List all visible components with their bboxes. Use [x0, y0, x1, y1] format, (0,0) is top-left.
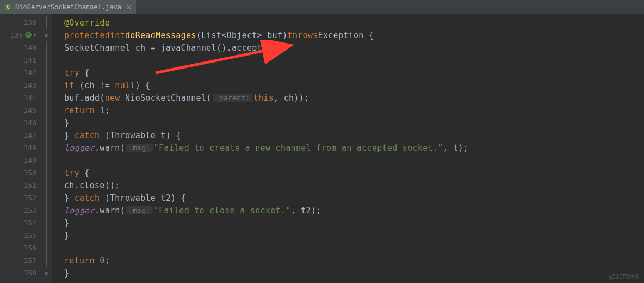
- override-icon[interactable]: [25, 32, 32, 38]
- line-number: 143: [0, 79, 40, 91]
- watermark: @51CTO博客: [609, 273, 640, 281]
- line-number: 156: [0, 242, 40, 254]
- code-line: buf.add(new NioSocketChannel( parent:thi…: [64, 91, 468, 104]
- code-line: return 0;: [64, 254, 468, 267]
- file-tab[interactable]: C NioServerSocketChannel.java ×: [0, 0, 136, 14]
- fold-column: ⊟ ⊟: [40, 14, 52, 283]
- code-editor[interactable]: 138 139↑ 140 141 142 143 144 145 146 147…: [0, 14, 644, 283]
- code-line: }: [64, 229, 468, 242]
- code-line: }: [64, 116, 468, 129]
- code-line: } catch (Throwable t2) {: [64, 192, 468, 204]
- line-number: 139↑: [0, 29, 40, 41]
- line-number: 150: [0, 167, 40, 179]
- code-line: [64, 154, 468, 167]
- line-number: 140: [0, 41, 40, 54]
- code-line: SocketChannel ch = javaChannel().accept(…: [64, 41, 468, 54]
- line-number: 144: [0, 91, 40, 104]
- code-line: } catch (Throwable t) {: [64, 129, 468, 142]
- code-line: [64, 242, 468, 254]
- tab-bar: C NioServerSocketChannel.java ×: [0, 0, 644, 14]
- code-line: protected int doReadMessages(List<Object…: [64, 29, 468, 41]
- svg-text:C: C: [7, 4, 9, 10]
- code-line: @Override: [64, 16, 468, 29]
- line-number: 149: [0, 154, 40, 167]
- line-number: 152: [0, 192, 40, 204]
- fold-handle[interactable]: ⊟: [40, 29, 52, 41]
- line-number: 155: [0, 229, 40, 242]
- code-line: try {: [64, 167, 468, 179]
- parameter-hint: parent:: [213, 94, 252, 102]
- line-number: 141: [0, 54, 40, 66]
- line-number: 154: [0, 217, 40, 229]
- tab-label: NioServerSocketChannel.java: [15, 3, 121, 11]
- parameter-hint: msg:: [126, 206, 153, 214]
- code-line: logger.warn( msg:"Failed to create a new…: [64, 142, 468, 154]
- code-line: return 1;: [64, 104, 468, 116]
- line-number: 146: [0, 116, 40, 129]
- code-line: if (ch != null) {: [64, 79, 468, 91]
- line-number: 147: [0, 129, 40, 142]
- up-arrow-icon[interactable]: ↑: [33, 32, 36, 39]
- java-class-icon: C: [4, 3, 12, 11]
- close-icon[interactable]: ×: [127, 3, 131, 11]
- line-number: 145: [0, 104, 40, 116]
- fold-handle[interactable]: ⊟: [40, 267, 52, 279]
- line-number: 157: [0, 254, 40, 267]
- code-line: try {: [64, 66, 468, 79]
- line-number-gutter: 138 139↑ 140 141 142 143 144 145 146 147…: [0, 14, 40, 283]
- line-number: 151: [0, 179, 40, 192]
- code-line: [64, 54, 468, 66]
- line-number: 158: [0, 267, 40, 279]
- line-number: 148: [0, 142, 40, 154]
- code-line: }: [64, 267, 468, 279]
- line-number: 138: [0, 16, 40, 29]
- line-number: 153: [0, 204, 40, 217]
- code-area[interactable]: @Override protected int doReadMessages(L…: [52, 14, 468, 283]
- code-line: ch.close();: [64, 179, 468, 192]
- parameter-hint: msg:: [126, 144, 153, 152]
- line-number: 142: [0, 66, 40, 79]
- code-line: logger.warn( msg:"Failed to close a sock…: [64, 204, 468, 217]
- code-line: }: [64, 217, 468, 229]
